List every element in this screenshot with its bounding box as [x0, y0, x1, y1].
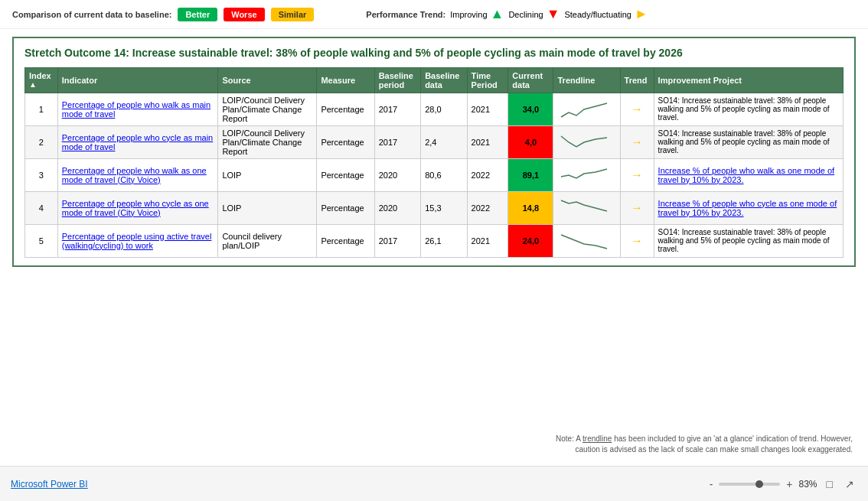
- cell-indicator[interactable]: Percentage of people who walk as one mod…: [57, 158, 218, 191]
- zoom-slider-thumb[interactable]: [755, 480, 763, 488]
- th-source: Source: [218, 67, 317, 93]
- cell-trendline: [553, 158, 620, 191]
- cell-baseline-period: 2017: [374, 125, 420, 158]
- improvement-link[interactable]: Increase % of people who cycle as one mo…: [658, 199, 837, 217]
- cell-improvement[interactable]: Increase % of people who walk as one mod…: [654, 158, 843, 191]
- cell-trend: →: [620, 93, 654, 125]
- better-button[interactable]: Better: [178, 8, 217, 21]
- zoom-controls: - + 83%: [706, 477, 817, 492]
- cell-time-period: 2021: [467, 93, 508, 125]
- cell-baseline-data: 28,0: [421, 93, 467, 125]
- down-arrow-icon: ▼: [547, 6, 560, 22]
- steady-label: Steady/fluctuating: [564, 10, 631, 19]
- zoom-percentage: 83%: [799, 479, 817, 490]
- th-time-period: Time Period: [467, 67, 508, 93]
- worse-button[interactable]: Worse: [224, 8, 264, 21]
- trendline-chart: [557, 129, 611, 156]
- cell-indicator[interactable]: Percentage of people who cycle as main m…: [57, 125, 218, 158]
- table-row: 5Percentage of people using active trave…: [25, 224, 844, 257]
- comparison-label: Comparison of current data to baseline:: [12, 10, 171, 19]
- bottom-right: - + 83% □ ↗: [706, 477, 857, 492]
- th-index: Index▲: [25, 67, 58, 93]
- indicator-link[interactable]: Percentage of people who cycle as one mo…: [62, 199, 209, 217]
- cell-measure: Percentage: [317, 158, 374, 191]
- trend-arrow-icon: →: [631, 168, 643, 181]
- indicator-link[interactable]: Percentage of people who walk as main mo…: [62, 100, 210, 119]
- bottom-bar: Microsoft Power BI - + 83% □ ↗: [0, 466, 868, 501]
- table-row: 1Percentage of people who walk as main m…: [25, 93, 844, 125]
- cell-index: 3: [25, 158, 58, 191]
- fit-page-button[interactable]: □: [824, 477, 836, 492]
- th-measure: Measure: [317, 67, 374, 93]
- cell-measure: Percentage: [317, 125, 374, 158]
- cell-baseline-data: 15,3: [421, 191, 467, 224]
- cell-baseline-data: 2,4: [421, 125, 467, 158]
- cell-current-data: 14,8: [508, 191, 553, 224]
- th-indicator: Indicator: [57, 67, 218, 93]
- cell-improvement[interactable]: Increase % of people who cycle as one mo…: [654, 191, 843, 224]
- trendline-chart: [557, 194, 611, 222]
- improvement-link[interactable]: Increase % of people who walk as one mod…: [658, 166, 835, 184]
- th-baseline-data: Baseline data: [421, 67, 467, 93]
- cell-baseline-period: 2020: [374, 191, 420, 224]
- cell-improvement: SO14: Increase sustainable travel: 38% o…: [654, 93, 843, 125]
- cell-source: LOIP: [218, 191, 317, 224]
- cell-source: LOIP/Council Delivery Plan/Climate Chang…: [218, 125, 317, 158]
- cell-measure: Percentage: [317, 191, 374, 224]
- cell-index: 1: [25, 93, 58, 125]
- cell-trendline: [553, 224, 620, 257]
- indicator-link[interactable]: Percentage of people who cycle as main m…: [62, 133, 214, 151]
- zoom-out-button[interactable]: -: [706, 477, 716, 492]
- right-arrow-icon: ►: [635, 6, 648, 22]
- cell-source: Council delivery plan/LOIP: [218, 224, 317, 257]
- cell-current-data: 89,1: [508, 158, 553, 191]
- cell-trendline: [553, 93, 620, 125]
- cell-current-data: 4,0: [508, 125, 553, 158]
- data-table: Index▲ Indicator Source Measure Baseline…: [24, 67, 844, 258]
- table-row: 2Percentage of people who cycle as main …: [25, 125, 844, 158]
- steady-trend: Steady/fluctuating ►: [564, 6, 648, 22]
- fullscreen-button[interactable]: ↗: [842, 477, 857, 492]
- cell-current-data: 34,0: [508, 93, 553, 125]
- cell-time-period: 2021: [467, 125, 508, 158]
- trendline-chart: [557, 227, 611, 255]
- cell-current-data: 24,0: [508, 224, 553, 257]
- th-trendline: Trendline: [553, 67, 620, 93]
- trendline-chart: [557, 161, 611, 189]
- cell-indicator[interactable]: Percentage of people who cycle as one mo…: [57, 191, 218, 224]
- cell-baseline-period: 2020: [374, 158, 420, 191]
- zoom-in-button[interactable]: +: [783, 477, 795, 492]
- cell-trendline: [553, 125, 620, 158]
- main-content: Stretch Outcome 14: Increase sustainable…: [0, 29, 868, 275]
- stretch-outcome-box: Stretch Outcome 14: Increase sustainable…: [12, 37, 856, 267]
- cell-baseline-data: 80,6: [421, 158, 467, 191]
- note-text: Note: A trendline has been included to g…: [554, 434, 853, 455]
- improving-trend: Improving ▲: [450, 6, 504, 22]
- cell-source: LOIP/Council Delivery Plan/Climate Chang…: [218, 93, 317, 125]
- performance-trend: Performance Trend: Improving ▲ Declining…: [366, 6, 648, 22]
- cell-improvement: SO14: Increase sustainable travel: 38% o…: [654, 224, 843, 257]
- cell-time-period: 2022: [467, 191, 508, 224]
- power-bi-link[interactable]: Microsoft Power BI: [11, 479, 88, 490]
- cell-baseline-period: 2017: [374, 93, 420, 125]
- cell-trend: →: [620, 125, 654, 158]
- similar-button[interactable]: Similar: [271, 8, 315, 21]
- up-arrow-icon: ▲: [491, 6, 504, 22]
- cell-baseline-period: 2017: [374, 224, 420, 257]
- trend-arrow-icon: →: [631, 135, 643, 148]
- improving-label: Improving: [450, 10, 487, 19]
- performance-trend-label: Performance Trend:: [366, 10, 445, 19]
- indicator-link[interactable]: Percentage of people who walk as one mod…: [62, 166, 207, 184]
- cell-indicator[interactable]: Percentage of people who walk as main mo…: [57, 93, 218, 125]
- cell-index: 5: [25, 224, 58, 257]
- th-improvement: Improvement Project: [654, 67, 843, 93]
- cell-indicator[interactable]: Percentage of people using active travel…: [57, 224, 218, 257]
- sort-arrow-icon[interactable]: ▲: [29, 80, 54, 89]
- cell-trendline: [553, 191, 620, 224]
- zoom-slider-track[interactable]: [719, 483, 780, 486]
- indicator-link[interactable]: Percentage of people using active travel…: [62, 232, 212, 250]
- cell-measure: Percentage: [317, 93, 374, 125]
- table-row: 3Percentage of people who walk as one mo…: [25, 158, 844, 191]
- trendline-chart: [557, 96, 611, 123]
- trendline-word: trendline: [582, 434, 612, 443]
